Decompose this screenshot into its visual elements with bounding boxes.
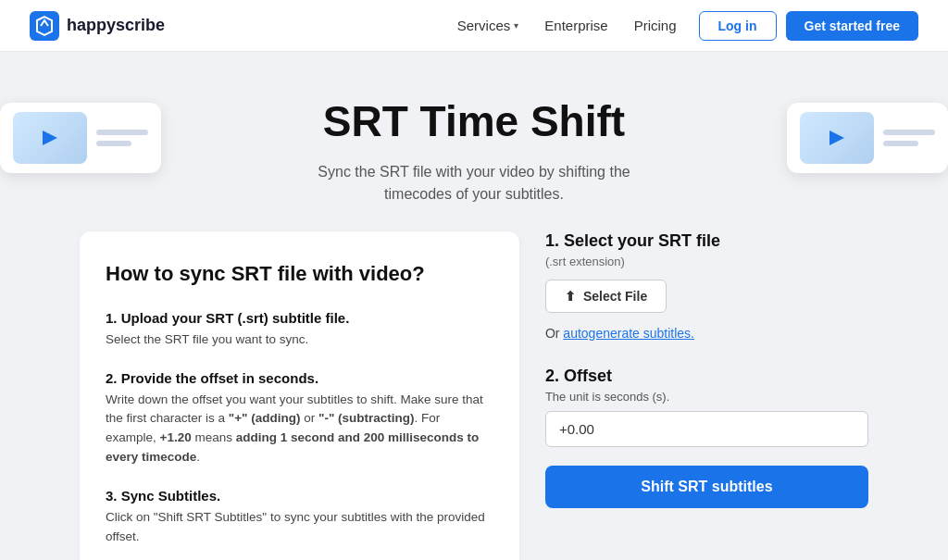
play-icon-right <box>830 131 844 145</box>
get-started-button[interactable]: Get started free <box>786 11 918 41</box>
video-lines-left <box>96 130 148 146</box>
nav-pricing[interactable]: Pricing <box>634 18 677 33</box>
autogenerate-prefix: Or <box>545 326 563 341</box>
autogenerate-line: Or autogenerate subtitles. <box>545 326 868 341</box>
select-file-label: Select File <box>583 289 647 304</box>
srt-extension-hint: (.srt extension) <box>545 255 868 268</box>
step-3-title: 3. Sync Subtitles. <box>106 488 493 504</box>
step-3-text: Click on "Shift SRT Subtitles" to sync y… <box>106 508 493 547</box>
right-panel: 1. Select your SRT file (.srt extension)… <box>545 231 868 508</box>
shift-srt-button[interactable]: Shift SRT subtitles <box>545 466 868 508</box>
nav-enterprise[interactable]: Enterprise <box>544 18 607 33</box>
video-line <box>883 130 935 135</box>
main-content: How to sync SRT file with video? 1. Uplo… <box>57 231 891 560</box>
nav-actions: Log in Get started free <box>699 11 918 41</box>
offset-section: The unit is seconds (s). <box>545 390 868 447</box>
autogenerate-link[interactable]: autogenerate subtitles. <box>563 326 694 341</box>
step-2-text: Write down the offset you want your subt… <box>106 391 493 468</box>
login-button[interactable]: Log in <box>699 11 777 41</box>
logo-area: happyscribe <box>30 11 457 41</box>
hero-section: SRT Time Shift Sync the SRT file with yo… <box>0 52 948 231</box>
offset-unit-label: The unit is seconds (s). <box>545 390 868 404</box>
step-2: 2. Provide the offset in seconds. Write … <box>106 370 493 468</box>
play-icon-left <box>43 131 57 145</box>
video-line <box>883 141 918 146</box>
step-1-text: Select the SRT file you want to sync. <box>106 330 493 350</box>
svg-rect-0 <box>30 11 59 41</box>
step-1: 1. Upload your SRT (.srt) subtitle file.… <box>106 310 493 350</box>
left-panel-heading: How to sync SRT file with video? <box>106 261 493 288</box>
logo-text: happyscribe <box>67 16 165 35</box>
navbar: happyscribe Services ▾ Enterprise Pricin… <box>0 0 948 52</box>
offset-heading: 2. Offset <box>545 367 868 386</box>
nav-links: Services ▾ Enterprise Pricing <box>457 18 677 33</box>
select-srt-heading: 1. Select your SRT file <box>545 231 868 251</box>
nav-services[interactable]: Services ▾ <box>457 18 519 33</box>
video-card-left <box>0 103 161 173</box>
select-file-button[interactable]: ⬆ Select File <box>545 280 667 313</box>
video-card-right <box>787 103 948 173</box>
video-thumbnail-right <box>800 112 874 164</box>
video-line <box>96 141 131 146</box>
left-panel: How to sync SRT file with video? 1. Uplo… <box>80 231 519 560</box>
step-3: 3. Sync Subtitles. Click on "Shift SRT S… <box>106 488 493 547</box>
step-2-title: 2. Provide the offset in seconds. <box>106 370 493 386</box>
offset-input[interactable] <box>545 411 868 447</box>
hero-subtitle: Sync the SRT file with your video by shi… <box>298 161 650 205</box>
video-thumbnail-left <box>13 112 87 164</box>
logo-icon <box>30 11 59 41</box>
video-line <box>96 130 148 135</box>
upload-icon: ⬆ <box>565 289 576 304</box>
chevron-down-icon: ▾ <box>514 20 518 31</box>
video-lines-right <box>883 130 935 146</box>
step-1-title: 1. Upload your SRT (.srt) subtitle file. <box>106 310 493 326</box>
